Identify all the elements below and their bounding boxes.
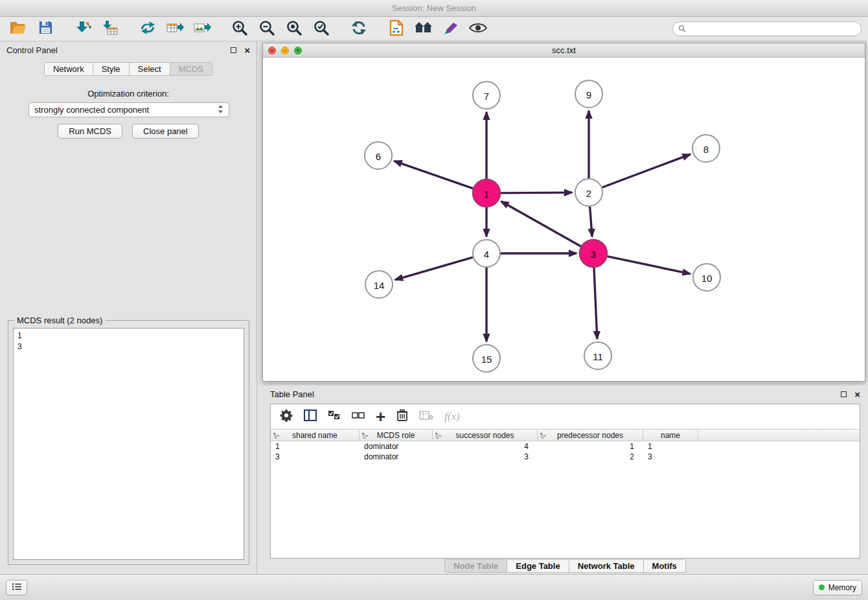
- graph-edge-3-10[interactable]: [608, 257, 691, 274]
- graph-edge-3-11[interactable]: [594, 268, 597, 339]
- graph-edge-1-2[interactable]: [501, 192, 572, 193]
- column-header-successor-nodes[interactable]: successor nodes: [433, 430, 538, 441]
- graph-edge-3-1[interactable]: [501, 202, 581, 246]
- mcds-result-group: MCDS result (2 nodes) 1 3: [8, 320, 249, 565]
- zoom-out-button[interactable]: [255, 19, 279, 39]
- close-window-icon[interactable]: ×: [268, 47, 276, 54]
- eye-button[interactable]: [466, 19, 490, 39]
- zoom-in-button[interactable]: [228, 19, 251, 39]
- float-panel-icon[interactable]: [231, 47, 236, 53]
- main-toolbar: [0, 17, 868, 41]
- close-panel-icon[interactable]: ×: [244, 45, 250, 55]
- graph-node-label: 1: [484, 189, 489, 200]
- style-paint-button[interactable]: [439, 19, 463, 39]
- column-type-icon: [435, 432, 442, 441]
- table-tabs: Node Table Edge Table Network Table Moti…: [262, 559, 868, 573]
- network-view-window: × – + scc.txt 7968124314101511: [262, 43, 865, 382]
- column-header-mcds-role[interactable]: MCDS role: [360, 430, 433, 441]
- mcds-result-textarea[interactable]: 1 3: [13, 328, 244, 560]
- table-row[interactable]: 3 dominator 3 2 3: [271, 452, 860, 462]
- search-field[interactable]: [672, 21, 862, 36]
- select-all-button[interactable]: [328, 410, 341, 423]
- gear-button[interactable]: [280, 409, 293, 424]
- tab-select[interactable]: Select: [130, 62, 170, 76]
- result-line: 1: [17, 330, 240, 341]
- column-header-shared-name[interactable]: shared name: [271, 430, 360, 441]
- function-builder-button[interactable]: f(x): [444, 410, 460, 423]
- task-history-button[interactable]: [6, 580, 27, 595]
- search-input[interactable]: [690, 25, 856, 34]
- zoom-fit-button[interactable]: [282, 19, 306, 39]
- close-table-panel-icon[interactable]: ×: [854, 389, 860, 399]
- tab-edge-table[interactable]: Edge Table: [507, 559, 569, 573]
- export-network-button[interactable]: [136, 19, 159, 39]
- search-icon: [678, 23, 686, 35]
- list-icon: [12, 583, 21, 593]
- tab-mcds[interactable]: MCDS: [170, 62, 212, 76]
- open-session-button[interactable]: [6, 19, 30, 39]
- zoom-fit-icon: [286, 19, 303, 39]
- tab-motifs[interactable]: Motifs: [644, 559, 686, 573]
- save-session-button[interactable]: [34, 19, 57, 39]
- import-network-button[interactable]: [71, 19, 95, 39]
- graph-edge-2-8[interactable]: [602, 154, 691, 187]
- zoom-selected-icon: [313, 19, 330, 39]
- show-columns-button[interactable]: [304, 410, 317, 424]
- graph-edge-2-3[interactable]: [590, 207, 592, 237]
- cell-mcds-role: dominator: [360, 452, 433, 461]
- network-canvas[interactable]: 7968124314101511: [263, 58, 865, 381]
- table-row[interactable]: 1 dominator 4 1 1: [271, 441, 860, 452]
- delete-column-button[interactable]: [396, 409, 408, 424]
- graph-node-label: 6: [376, 151, 381, 162]
- graph-node-label: 7: [484, 91, 489, 102]
- graph-node-label: 3: [591, 249, 596, 260]
- graph-edge-4-14[interactable]: [395, 257, 473, 280]
- zoom-in-icon: [231, 19, 248, 39]
- tab-style[interactable]: Style: [93, 62, 130, 76]
- first-neighbors-button[interactable]: [385, 19, 408, 39]
- close-panel-button[interactable]: Close panel: [132, 124, 199, 139]
- export-network-icon: [139, 20, 156, 38]
- graph-node-label: 11: [593, 351, 603, 362]
- optimization-criterion-select[interactable]: strongly connected component: [29, 102, 229, 117]
- tab-network-table[interactable]: Network Table: [569, 559, 644, 573]
- float-table-panel-icon[interactable]: [841, 391, 847, 397]
- column-header-predecessor-nodes[interactable]: predecessor nodes: [538, 430, 643, 441]
- cell-successor-nodes: 4: [433, 442, 538, 451]
- column-type-icon: [361, 432, 369, 441]
- column-header-filler: [698, 430, 860, 441]
- cell-shared-name: 3: [271, 452, 360, 461]
- dropdown-selected-value: strongly connected component: [34, 105, 149, 115]
- deselect-all-button[interactable]: [352, 410, 365, 423]
- graph-node-label: 9: [586, 89, 591, 100]
- export-table-button[interactable]: [163, 19, 187, 39]
- result-line: 3: [17, 341, 240, 352]
- network-window-title: scc.txt: [552, 45, 576, 55]
- run-mcds-button[interactable]: Run MCDS: [58, 124, 122, 139]
- tab-node-table[interactable]: Node Table: [444, 559, 507, 573]
- first-neighbors-icon: [389, 19, 404, 39]
- column-header-name[interactable]: name: [643, 430, 698, 441]
- home-button[interactable]: [412, 19, 435, 39]
- control-panel: Control Panel × Network Style Select MCD…: [0, 41, 257, 574]
- cell-predecessor-nodes: 1: [538, 442, 643, 451]
- graph-node-label: 2: [586, 188, 591, 199]
- memory-button[interactable]: Memory: [813, 580, 862, 595]
- refresh-button[interactable]: [347, 19, 371, 39]
- graph-node-label: 4: [484, 249, 489, 260]
- tab-network[interactable]: Network: [44, 62, 93, 76]
- add-column-button[interactable]: +: [376, 410, 385, 423]
- minimize-window-icon[interactable]: –: [281, 47, 289, 54]
- zoom-selected-button[interactable]: [310, 19, 333, 39]
- control-panel-title: Control Panel: [6, 45, 58, 55]
- column-type-icon: [540, 432, 547, 441]
- graph-edge-1-6[interactable]: [394, 161, 474, 189]
- network-window-titlebar: × – + scc.txt: [263, 43, 865, 58]
- maximize-window-icon[interactable]: +: [294, 47, 302, 54]
- status-bar: Memory: [0, 574, 868, 600]
- import-table-button[interactable]: [98, 19, 122, 39]
- export-image-icon: [193, 20, 211, 38]
- export-image-button[interactable]: [190, 19, 214, 39]
- table-panel-header: Table Panel ×: [262, 386, 868, 402]
- delete-table-button[interactable]: [419, 410, 433, 423]
